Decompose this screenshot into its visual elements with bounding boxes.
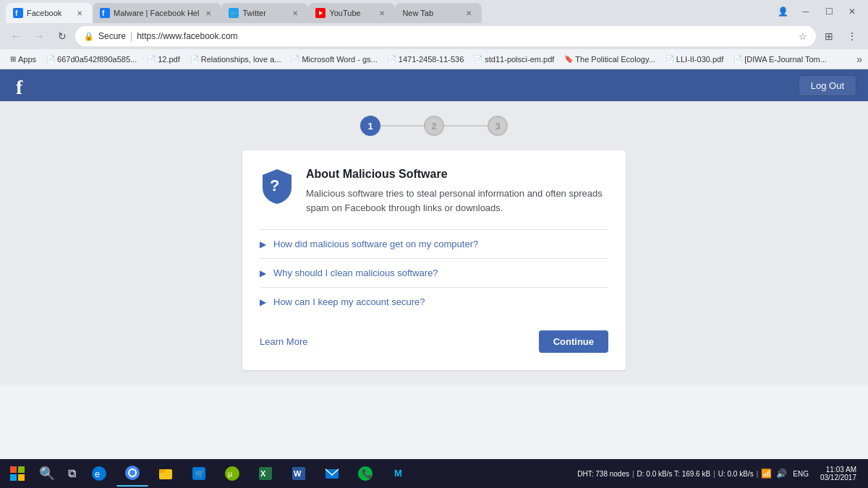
step-3-number: 3 (495, 121, 500, 132)
faq-chevron-1: ▶ (260, 239, 266, 249)
svg-text:M: M (394, 468, 402, 479)
dht-label: DHT: 738 nodes (577, 470, 629, 478)
tab-malware[interactable]: f Malware | Facebook Hel ✕ (93, 3, 221, 23)
volume-icon: 🔊 (776, 468, 787, 479)
taskbar-app-excel[interactable]: X (250, 461, 281, 487)
extensions-btn[interactable]: ⊞ (819, 26, 839, 46)
upload-separator: | (713, 470, 715, 478)
tab-close-twitter[interactable]: ✕ (289, 7, 301, 19)
profile-icon-btn[interactable]: 👤 (773, 4, 793, 20)
back-btn[interactable]: ← (6, 26, 26, 46)
bookmark-3-label: Relationships, love a... (201, 55, 281, 64)
progress-steps: 1 2 3 (360, 116, 508, 136)
sys-tray: 📶 🔊 (761, 468, 787, 479)
taskbar-app-phone[interactable]: 📞 (349, 461, 381, 487)
bookmark-8[interactable]: 📄 LLI-II-030.pdf (661, 53, 728, 65)
taskbar-app-mail[interactable] (316, 461, 348, 487)
svg-text:W: W (294, 469, 302, 478)
address-text[interactable]: https://www.facebook.com (137, 31, 794, 41)
tab-twitter[interactable]: 🐦 Twitter ✕ (221, 3, 308, 23)
tab-youtube[interactable]: YouTube ✕ (308, 3, 395, 23)
bookmark-5[interactable]: 📄 1471-2458-11-536 (383, 53, 469, 65)
taskbar-task-view-btn[interactable]: ⧉ (62, 461, 82, 487)
bookmark-4-label: Microsoft Word - gs... (302, 55, 377, 64)
svg-rect-21 (159, 469, 165, 473)
taskbar-app-m[interactable]: M (383, 461, 414, 487)
tab-favicon-malware: f (100, 8, 110, 18)
tab-close-malware[interactable]: ✕ (203, 7, 214, 19)
svg-point-19 (129, 470, 135, 476)
card-title: About Malicious Software (306, 168, 608, 181)
bookmark-4[interactable]: 📄 Microsoft Word - gs... (286, 53, 381, 65)
address-bar[interactable]: 🔒 Secure | https://www.facebook.com ☆ (75, 26, 816, 46)
card-description: Malicious software tries to steal person… (306, 187, 608, 215)
faq-chevron-3: ▶ (260, 297, 266, 307)
bookmark-1-icon: 📄 (46, 55, 55, 63)
bookmark-1[interactable]: 📄 667d0a542f890a585... (42, 53, 141, 65)
address-actions: ⊞ ⋮ (819, 26, 862, 46)
taskbar-app-explorer[interactable] (150, 461, 182, 487)
tab-title-twitter: Twitter (242, 9, 286, 17)
maximize-btn[interactable]: ☐ (819, 4, 839, 20)
tab-close-new[interactable]: ✕ (463, 7, 475, 19)
logout-button[interactable]: Log Out (799, 75, 856, 96)
tab-new[interactable]: New Tab ✕ (395, 3, 482, 23)
step-3: 3 (488, 116, 508, 136)
menu-btn[interactable]: ⋮ (842, 26, 862, 46)
learn-more-link[interactable]: Learn More (260, 336, 307, 347)
tab-close-facebook[interactable]: ✕ (74, 7, 85, 19)
bookmark-3[interactable]: 📄 Relationships, love a... (186, 53, 286, 65)
svg-text:µ: µ (228, 469, 233, 478)
malware-card: ? About Malicious Software Malicious sof… (242, 150, 626, 370)
step-2: 2 (424, 116, 444, 136)
bookmark-9[interactable]: 📄 [DIWA E-Journal Tom... (729, 53, 831, 65)
taskbar-app-store[interactable]: 🛒 (183, 461, 215, 487)
taskbar-app-utorrent[interactable]: µ (216, 461, 248, 487)
upload-label: U: 0.0 kB/s (718, 470, 754, 478)
taskbar-app-chrome[interactable] (116, 461, 148, 487)
faq-text-2: Why should I clean malicious software? (273, 267, 438, 278)
bookmark-6[interactable]: 📄 std11-polsci-em.pdf (469, 53, 558, 65)
tab-title-facebook: Facebook (27, 9, 70, 17)
tab-facebook[interactable]: f Facebook ✕ (6, 3, 93, 23)
minimize-btn[interactable]: ─ (796, 4, 816, 20)
bookmark-8-icon: 📄 (665, 55, 674, 63)
bookmark-4-icon: 📄 (291, 55, 299, 63)
taskbar-search-btn[interactable]: 🔍 (33, 461, 61, 487)
start-button[interactable] (3, 461, 32, 487)
forward-btn[interactable]: → (29, 26, 49, 46)
taskbar-app-edge[interactable]: e (83, 461, 115, 487)
svg-rect-11 (10, 466, 17, 473)
close-btn[interactable]: ✕ (842, 4, 862, 20)
bookmark-3-icon: 📄 (190, 55, 199, 63)
faq-item-1[interactable]: ▶ How did malicious software get on my c… (260, 229, 608, 258)
taskbar-app-word[interactable]: W (283, 461, 315, 487)
tab-close-youtube[interactable]: ✕ (376, 7, 388, 19)
bookmark-7[interactable]: 🔖 The Political Ecology... (560, 53, 659, 65)
bookmark-9-icon: 📄 (733, 55, 742, 63)
faq-item-2[interactable]: ▶ Why should I clean malicious software? (260, 258, 608, 287)
card-header-text: About Malicious Software Malicious softw… (306, 168, 608, 215)
clock-area[interactable]: 11:03 AM 03/12/2017 (814, 466, 862, 481)
tab-favicon-youtube (315, 8, 326, 18)
faq-item-3[interactable]: ▶ How can I keep my account secure? (260, 287, 608, 316)
svg-rect-13 (10, 474, 17, 481)
taskbar-right: DHT: 738 nodes | D: 0.0 kB/s T: 169.6 kB… (577, 466, 865, 481)
card-header: ? About Malicious Software Malicious sof… (260, 168, 608, 215)
tab-favicon-twitter: 🐦 (229, 8, 239, 18)
bookmark-1-label: 667d0a542f890a585... (57, 55, 137, 64)
network-icon: 📶 (761, 468, 772, 479)
bookmark-2-label: 12.pdf (158, 55, 180, 64)
continue-button[interactable]: Continue (539, 330, 608, 353)
address-bar-row: ← → ↻ 🔒 Secure | https://www.facebook.co… (0, 23, 868, 49)
tab-title-new: New Tab (402, 9, 459, 17)
bookmarks-more-btn[interactable]: » (856, 53, 862, 65)
clock-date: 03/12/2017 (820, 474, 856, 481)
fb-header: f Log Out (0, 69, 868, 101)
bookmark-star-icon[interactable]: ☆ (799, 31, 807, 42)
secure-icon: 🔒 (84, 32, 94, 41)
bookmark-apps[interactable]: ⊞ Apps (6, 53, 41, 65)
reload-btn[interactable]: ↻ (52, 26, 72, 46)
svg-text:?: ? (270, 176, 279, 194)
bookmark-2[interactable]: 📄 12.pdf (142, 53, 184, 65)
